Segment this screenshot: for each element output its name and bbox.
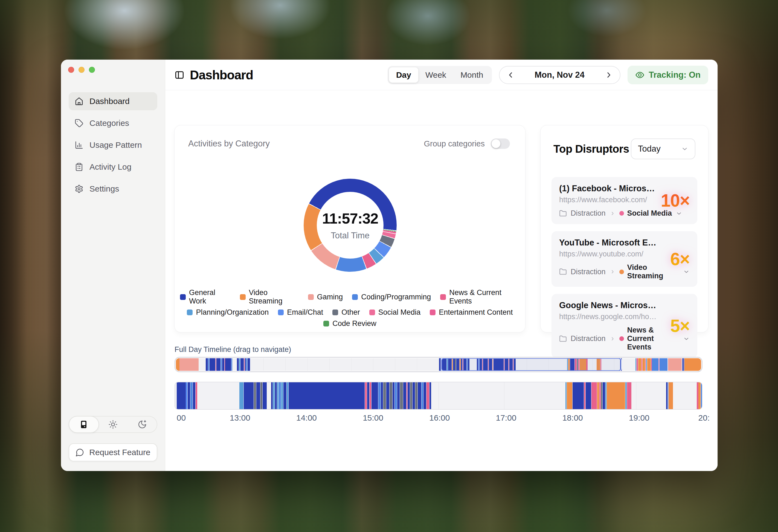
timeline-segment [597, 382, 599, 409]
timeline-segment [641, 358, 642, 371]
group-categories-label: Group categories [424, 139, 485, 148]
timeline-segment [418, 382, 421, 409]
tracking-badge[interactable]: Tracking: On [628, 66, 708, 84]
axis-label: 13:00 [230, 413, 250, 423]
legend-swatch [430, 309, 436, 315]
tab-week[interactable]: Week [418, 67, 453, 83]
zoom-button[interactable] [89, 67, 95, 73]
request-feature-button[interactable]: Request Feature [69, 443, 157, 461]
timeline-segment [439, 358, 441, 371]
group-categories-toggle[interactable] [491, 139, 510, 149]
timeline-segment [240, 358, 244, 371]
theme-dark-button[interactable] [128, 416, 157, 433]
timeline-segment [627, 382, 631, 409]
legend-label: Code Review [332, 319, 376, 328]
timeline-segment [647, 358, 650, 371]
sidebar-item-usage-pattern[interactable]: Usage Pattern [69, 136, 157, 154]
timeline-segment [400, 382, 403, 409]
legend-item-general-work: General Work [180, 289, 231, 305]
disruptor-card-video-streaming[interactable]: YouTube - Microsoft Edge - Pr…https://ww… [551, 231, 697, 287]
timeline-segment [423, 382, 426, 409]
legend-label: Other [341, 308, 360, 317]
disruptors-range-select[interactable]: Today [631, 139, 695, 159]
axis-label: 16:00 [429, 413, 450, 423]
minimize-button[interactable] [79, 67, 85, 73]
timeline-segment [584, 382, 586, 409]
legend-label: Email/Chat [287, 308, 323, 317]
timeline-segment [637, 358, 638, 371]
sidebar-item-dashboard[interactable]: Dashboard [69, 92, 157, 110]
category-legend: General WorkVideo StreamingGamingCoding/… [180, 289, 520, 328]
timeline-segment [659, 358, 659, 371]
disruption-count: 10× [660, 191, 690, 211]
category-donut-chart[interactable]: 11:57:32 Total Time [304, 179, 397, 272]
legend-label: Planning/Organization [196, 308, 268, 317]
page-title: Dashboard [190, 68, 253, 82]
timeline-segment [599, 382, 601, 409]
timeline-segment [239, 382, 243, 409]
folder-icon [559, 335, 567, 343]
theme-auto-button[interactable] [69, 416, 99, 433]
close-button[interactable] [68, 67, 74, 73]
theme-light-button[interactable] [98, 416, 128, 433]
legend-label: General Work [189, 289, 231, 305]
timeline-segment [381, 382, 383, 409]
legend-item-gaming: Gaming [308, 289, 343, 305]
legend-swatch [352, 294, 358, 300]
timeline-segment [685, 358, 701, 371]
timeline-segment [567, 382, 572, 409]
timeline-segment [176, 358, 179, 371]
timeline-segment [638, 358, 641, 371]
sidebar-item-settings[interactable]: Settings [69, 180, 157, 198]
timeline-segment [206, 358, 208, 371]
legend-swatch [440, 294, 446, 300]
prev-day-button[interactable] [507, 71, 515, 79]
timeline-segment [188, 382, 190, 409]
legend-swatch [332, 309, 338, 315]
timeline-segment [237, 358, 239, 371]
timeline-segment [277, 382, 279, 409]
axis-label: 15:00 [363, 413, 383, 423]
chart-icon [75, 141, 83, 149]
chevron-down-icon[interactable] [676, 210, 682, 217]
legend-item-other: Other [332, 308, 360, 317]
sidebar-item-activity-log[interactable]: Activity Log [69, 158, 157, 176]
disruptor-group-label: Distraction [571, 334, 606, 343]
disruptor-group-label: Distraction [571, 209, 606, 218]
next-day-button[interactable] [605, 71, 613, 79]
timeline-segment [386, 382, 389, 409]
full-day-timeline[interactable] [174, 357, 702, 372]
timeline-segment [666, 382, 668, 409]
timeline-segment [244, 358, 245, 371]
disruptors-title: Top Disruptors [553, 143, 629, 155]
timeline-segment [231, 358, 233, 371]
timeline-segment [225, 358, 225, 371]
legend-item-code-review: Code Review [323, 319, 376, 328]
folder-icon [559, 210, 567, 217]
timeline-segment [415, 382, 417, 409]
tab-day[interactable]: Day [389, 67, 418, 83]
tab-month[interactable]: Month [453, 67, 490, 83]
chevron-down-icon[interactable] [683, 335, 690, 342]
top-disruptors-card: Top Disruptors Today (1) Facebook - Micr… [540, 125, 708, 332]
timeline-segment [430, 382, 431, 409]
disruptor-card-news-current-events[interactable]: Google News - Microsoft Edge…https://new… [551, 294, 697, 358]
disruptor-group-label: Distraction [571, 268, 606, 276]
eye-icon [635, 70, 644, 80]
timeline-segment [246, 358, 247, 371]
theme-switcher [69, 416, 157, 433]
chevron-down-icon[interactable] [683, 269, 690, 275]
sidebar-item-categories[interactable]: Categories [69, 114, 157, 132]
timeline-segment [645, 358, 646, 371]
timeline-segment [659, 358, 668, 371]
zoomed-timeline[interactable] [174, 382, 702, 410]
disruptor-card-social-media[interactable]: (1) Facebook - Microsoft Edg…https://www… [551, 177, 697, 224]
timeline-segment [279, 382, 281, 409]
timeline-segment [244, 382, 254, 409]
timeline-segment [393, 382, 394, 409]
legend-label: Video Streaming [249, 289, 299, 305]
timeline-segment [410, 382, 412, 409]
sidebar-toggle-icon[interactable] [174, 70, 184, 80]
timeline-viewport-handle[interactable] [441, 358, 622, 371]
timeline-segment [572, 382, 584, 409]
